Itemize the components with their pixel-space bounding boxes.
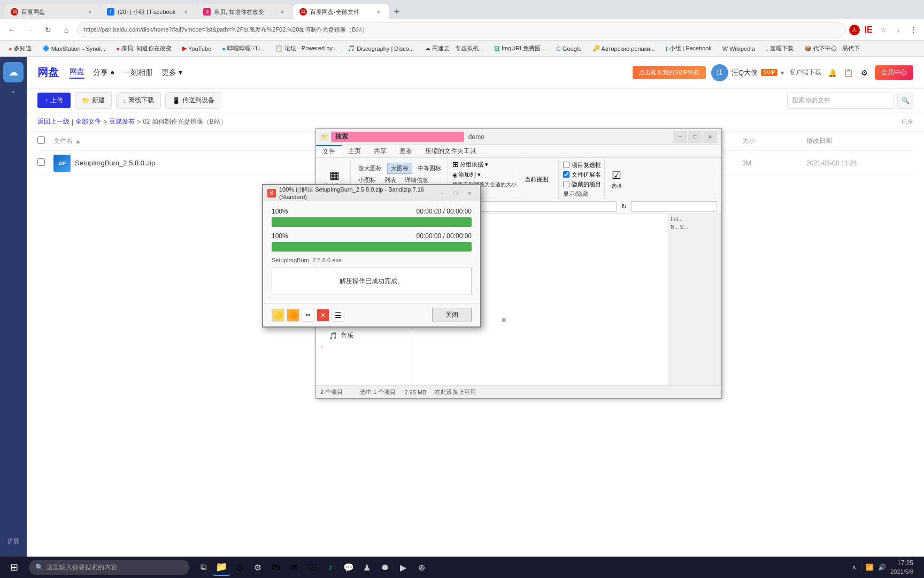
bz-action-4[interactable]: ✕ — [317, 309, 329, 322]
fe-group-by-btn[interactable]: ⊞ 分组依据 ▾ — [452, 160, 517, 169]
taskbar-discord[interactable]: 💬 — [340, 559, 357, 576]
back-button[interactable]: ← — [4, 22, 19, 37]
tb-more-icon[interactable]: ∧ — [852, 564, 857, 571]
bookmark-yidaixia[interactable]: 📦 代下中心 - 易代下 — [800, 43, 864, 54]
fe-refresh-btn[interactable]: ↻ — [619, 201, 629, 212]
search-input[interactable]: 搜索你的文件 — [787, 93, 894, 109]
taskbar-video[interactable]: ▶ — [395, 559, 412, 576]
extension-check[interactable] — [563, 171, 569, 178]
start-button[interactable]: ⊞ — [4, 558, 24, 577]
sidebar-expand-icon[interactable]: ≡ — [3, 87, 24, 97]
taskbar-app16[interactable]: ⊛ — [413, 559, 430, 576]
fe-select-btn[interactable]: ☑ 选择 — [609, 166, 624, 192]
bz-maximize-btn[interactable]: □ — [449, 187, 462, 199]
taskbar-mail[interactable]: ✉ — [286, 559, 303, 576]
bz-action-2[interactable]: 🟠 — [287, 309, 299, 322]
fe-nav-music[interactable]: 🎵 音乐 — [316, 330, 412, 342]
bz-close-btn[interactable]: × — [463, 187, 476, 199]
bread-all-files[interactable]: 全部文件 — [75, 117, 101, 126]
fe-tab-view[interactable]: 查看 — [393, 145, 419, 157]
tb-volume-icon[interactable]: 🔊 — [878, 564, 886, 571]
file-name[interactable]: SetupImgBurn_2.5.8.0.zip — [75, 159, 155, 167]
search-btn[interactable]: 🔍 — [897, 93, 913, 109]
new-folder-btn[interactable]: 📁 新建 — [75, 92, 112, 109]
transfer-btn[interactable]: 📱 传送到设备 — [165, 92, 221, 109]
user-info[interactable]: 汪 汪Q大侠 SVIP ▾ — [711, 64, 784, 81]
fe-medium-icon-btn[interactable]: 中等图标 — [414, 163, 444, 173]
bookmark-gaosuyun[interactable]: ☁ 高速云 - 专虚拟机... — [420, 43, 488, 54]
download-icon[interactable]: ↓ — [892, 24, 905, 36]
fe-minimize-btn[interactable]: － — [673, 131, 687, 143]
taskbar-store[interactable]: 🛍 — [267, 559, 284, 576]
bookmark-star-icon[interactable]: ☆ — [877, 24, 890, 36]
fe-search-field[interactable] — [632, 201, 717, 212]
bookmark-disco[interactable]: 🎵 Discography | Disco... — [343, 44, 418, 53]
row-checkbox[interactable] — [37, 158, 45, 166]
baidu-logo[interactable]: 网盘 — [37, 65, 59, 80]
bookmark-maxstation[interactable]: 🔷 MaxStation - Synol... — [38, 44, 110, 53]
fe-large-icon-btn[interactable]: 大图标 — [387, 163, 412, 174]
taskbar-taskview[interactable]: ⧉ — [195, 559, 212, 576]
bookmark-duozhidao[interactable]: ● 多知道 — [4, 43, 36, 54]
forward-button[interactable]: → — [22, 22, 37, 37]
tb-clock[interactable]: 17:25 2021/5/8 — [890, 559, 913, 575]
notification-icon[interactable]: 🔔 — [827, 67, 837, 78]
bookmark-qinbei[interactable]: ● 亲贝, 知道你在改变 — [112, 43, 176, 54]
bookmark-bilibili[interactable]: ● 哔哩哔哩"·'U... — [218, 43, 269, 54]
bookmark-youtube[interactable]: ▶ YouTube — [178, 44, 215, 53]
user-icon[interactable]: 人 — [849, 25, 860, 35]
nav-wangpan[interactable]: 网盘 — [70, 67, 84, 79]
upload-btn[interactable]: ↑ 上传 — [37, 93, 71, 108]
nav-album[interactable]: 一刻相册 — [123, 68, 153, 78]
row-check[interactable] — [37, 158, 53, 168]
bread-tofu[interactable]: 豆腐发布 — [109, 117, 135, 126]
bookmark-google[interactable]: G Google — [552, 44, 586, 53]
bookmark-wikipedia[interactable]: W Wikipedia — [718, 44, 759, 53]
fe-small-icon-btn[interactable]: 小图标 — [355, 175, 379, 185]
fe-right-n[interactable]: N... — [671, 224, 679, 230]
fe-tab-file[interactable]: 文件 — [316, 145, 342, 157]
bz-action-1[interactable]: 🟡 — [272, 309, 284, 322]
upgrade-svip-btn[interactable]: 点击延长我的SVIP特权 — [633, 66, 706, 79]
fe-show-hide-label[interactable]: 显示/隐藏 — [563, 190, 601, 198]
fe-tab-share[interactable]: 共享 — [367, 145, 393, 157]
download-offline-btn[interactable]: ↓ 离线下载 — [116, 92, 161, 109]
new-tab-button[interactable]: + — [389, 4, 404, 19]
fe-right-s[interactable]: S... — [680, 224, 688, 230]
msg-icon[interactable]: 📋 — [843, 67, 853, 78]
tab-3[interactable]: 亲 亲贝, 知道你在改变 × — [197, 4, 293, 19]
fe-list-btn[interactable]: 列表 — [381, 175, 399, 185]
taskbar-steam[interactable]: ♟ — [358, 559, 375, 576]
tab-4[interactable]: 网 百度网盘-全部文件 × — [293, 4, 389, 19]
item-checkbox-check[interactable] — [563, 162, 569, 168]
nav-more[interactable]: 更多 ▾ — [161, 68, 182, 78]
taskbar-spotify[interactable]: ♪ — [322, 559, 339, 576]
tab-4-close[interactable]: × — [374, 7, 383, 16]
bz-minimize-btn[interactable]: － — [435, 187, 448, 199]
bookmark-avtorskie[interactable]: 🔑 Авторские ренаки... — [588, 44, 659, 53]
tab-1-close[interactable]: × — [86, 7, 94, 16]
bookmark-jialidownload[interactable]: ↓ 嘉哩下载 — [761, 43, 798, 54]
sidebar-cloud-icon[interactable]: ☁ — [3, 62, 24, 82]
bookmark-forum[interactable]: 📋 论坛 - Powered by... — [271, 43, 341, 54]
bz-close-button[interactable]: 关闭 — [432, 308, 472, 322]
fe-tab-home[interactable]: 主页 — [342, 145, 367, 157]
client-download[interactable]: 客户端下载 — [789, 68, 821, 77]
bread-back[interactable]: 返回上一级 — [37, 117, 70, 126]
fe-detail-btn[interactable]: 详细信息 — [402, 175, 432, 185]
hidden-items-check[interactable] — [563, 181, 569, 187]
bookmark-imgurl[interactable]: 🖼 ImgURL免费图... — [490, 43, 550, 54]
tab-2-close[interactable]: × — [182, 7, 190, 16]
fe-close-btn[interactable]: × — [703, 131, 717, 143]
fe-maximize-btn[interactable]: □ — [688, 131, 702, 143]
fe-nav-scroll-more[interactable]: ▾ — [316, 342, 412, 351]
sidebar-expand-label[interactable]: 扩展 — [3, 531, 24, 551]
fe-add-column-btn[interactable]: ◈ 添加列 ▾ — [452, 171, 517, 179]
settings-icon[interactable]: ⚙ — [859, 67, 869, 78]
select-all-checkbox[interactable] — [37, 136, 45, 144]
member-center-btn[interactable]: 会员中心 — [875, 65, 913, 80]
fe-xlarge-icon-btn[interactable]: 超大图标 — [355, 163, 385, 173]
header-check[interactable] — [37, 136, 53, 146]
taskbar-search[interactable]: 🔍 这里输入你要搜索的内容 — [29, 560, 189, 575]
fe-right-fol[interactable]: Fol... — [671, 216, 719, 222]
